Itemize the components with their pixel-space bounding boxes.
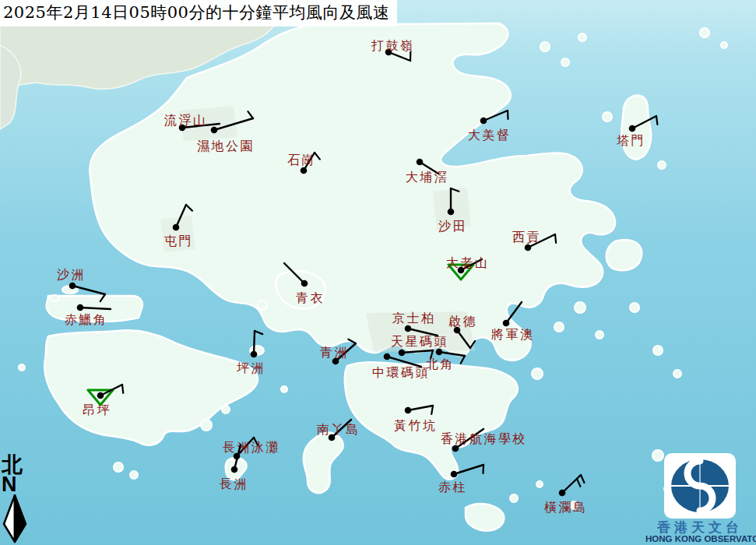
land-po-toi [466,504,504,531]
station-dot [417,159,424,166]
station-label: 北角 [426,357,455,371]
islet [201,420,212,431]
compass-north-letter: N [2,475,28,494]
station-label: 青衣 [296,290,325,305]
station-label: 沙洲 [57,267,86,282]
station-label: 昂坪 [83,403,111,417]
station-dot [399,350,406,357]
station-label: 石崗 [287,153,316,167]
islet [540,42,550,51]
islet [50,295,59,301]
station-label: 香港航海學校 [441,431,527,446]
station-label: 橫瀾島 [544,500,588,515]
station-label: 大老山 [446,255,490,270]
station-dot [448,209,455,216]
land-ma-wan [258,301,267,310]
station-label: 西貢 [512,230,541,244]
station-dot [629,125,636,132]
islet [673,370,681,378]
wind-barb-feather [122,385,123,393]
station-label: 坪洲 [237,360,265,375]
hko-logo-chinese: 香港天文台 [645,520,754,534]
station-label: 赤鱲角 [65,312,108,327]
station-dot [405,407,412,414]
hko-logo-icon [663,452,737,519]
station-dot [405,325,412,332]
station-label: 京士柏 [392,311,436,325]
islet [596,331,603,339]
station-dot [77,304,84,311]
islet [114,462,123,472]
wind-barb-feather [508,111,508,119]
islet [19,364,25,371]
station-dot [525,244,532,251]
station-label: 赤柱 [438,480,467,494]
hko-logo-english: HONG KONG OBSERVATORY [645,534,754,544]
station-dot [436,349,443,356]
islet [630,303,639,312]
station-dot [301,280,308,287]
station-label: 長洲 [220,476,248,491]
islet [658,161,666,169]
station-label: 將軍澳 [491,327,535,342]
land-high-island [607,240,642,270]
islet [700,28,709,37]
islet [603,112,612,121]
station-label: 塔門 [617,133,645,148]
north-arrow-icon [2,494,28,544]
station-dot [301,167,308,174]
islet [532,368,543,379]
station-dot [503,320,510,327]
hko-logo: 香港天文台 HONG KONG OBSERVATORY [645,452,754,544]
station-dot [211,127,218,134]
north-compass: 北 N [2,455,28,545]
station-label: 打鼓嶺 [371,38,415,53]
station-dot [69,283,76,290]
station-label: 濕地公園 [197,139,255,153]
station-label: 黃竹坑 [394,418,438,433]
station-dot [384,353,391,360]
station-label: 長洲泳灘 [223,440,280,455]
station-dot [173,224,180,231]
islet [653,346,663,355]
wind-barb-shaft [254,331,255,354]
station-label: 天星碼頭 [391,334,448,349]
station-dot [451,471,458,478]
wind-barb-feather [555,234,556,243]
hong-kong-map: 打鼓嶺流浮山濕地公園石崗大美督塔門大埔滘沙田屯門西貢大老山沙洲赤鱲角青衣京士柏啟… [0,0,756,545]
islet [130,471,138,479]
islet [578,33,586,41]
islet [561,58,569,66]
station-label: 南丫島 [317,422,360,437]
station-dot [559,490,566,497]
station-dot [251,351,258,358]
islet [281,386,287,392]
station-label: 屯門 [164,234,193,248]
islet [510,494,518,502]
station-label: 啟德 [448,314,477,329]
station-label: 沙田 [438,219,467,234]
station-dot [97,392,104,399]
station-dot [480,118,487,125]
station-dot [231,466,238,473]
islet [721,42,727,48]
station-label: 大美督 [468,128,512,142]
station-label: 大埔滘 [406,170,449,185]
station-label: 流浮山 [164,113,208,128]
islet [575,302,585,313]
islet [554,322,564,332]
station-label: 青洲 [320,345,349,360]
islet [222,406,230,413]
wind-map-page: 打鼓嶺流浮山濕地公園石崗大美督塔門大埔滘沙田屯門西貢大老山沙洲赤鱲角青衣京士柏啟… [0,0,756,545]
map-title: 2025年2月14日05時00分的十分鐘平均風向及風速 [0,0,397,26]
islet [536,481,543,487]
wind-barb-feather [656,116,657,125]
station-label: 中環碼頭 [372,365,430,380]
